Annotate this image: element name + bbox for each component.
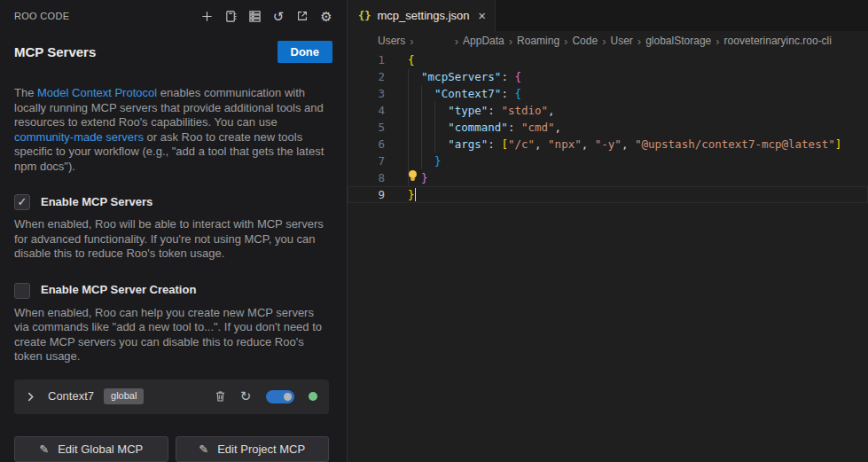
code-line[interactable]: 5 "command": "cmd", (348, 119, 868, 136)
line-number: 6 (348, 136, 385, 153)
code-token: , (582, 137, 595, 151)
line-number: 8 (348, 169, 385, 186)
toggle-knob (284, 393, 292, 401)
breadcrumb-item[interactable]: Code (572, 35, 598, 47)
code-line-content[interactable]: "type": "stdio", (385, 102, 555, 119)
code-token: [ (501, 137, 508, 151)
trash-icon[interactable] (211, 388, 229, 405)
code-lines: 1{2 "mcpServers": {3 "Context7": {4 "typ… (348, 51, 868, 203)
code-line-content[interactable]: "command": "cmd", (385, 119, 561, 136)
restart-icon[interactable]: ↻ (237, 388, 254, 405)
tab-close-icon[interactable]: × (478, 9, 486, 22)
enable-mcp-servers-checkbox[interactable]: ✓ (14, 194, 30, 210)
code-token: "type" (448, 104, 488, 117)
panel-content: The Model Context Protocol enables commu… (0, 63, 347, 462)
breadcrumb-separator: › (410, 35, 413, 48)
code-token: "args" (448, 137, 488, 151)
code-token: { (514, 87, 521, 100)
line-number: 1 (348, 51, 385, 68)
chevron-right-icon[interactable] (27, 392, 35, 402)
settings-gear-icon[interactable]: ⚙ (318, 8, 334, 24)
breadcrumb-separator: › (637, 35, 641, 48)
edit-mcp-buttons: ✎ Edit Global MCP ✎ Edit Project MCP (14, 436, 329, 462)
extension-title: ROO CODE (14, 11, 69, 21)
code-line-content[interactable]: } (385, 186, 416, 203)
code-line[interactable]: 6 "args": ["/c", "npx", "-y", "@upstash/… (348, 136, 868, 153)
code-token: } (408, 188, 415, 201)
edit-project-mcp-button[interactable]: ✎ Edit Project MCP (176, 436, 330, 462)
code-line[interactable]: 9} (348, 186, 868, 203)
breadcrumb: Users››AppData›Roaming›Code›User›globalS… (348, 31, 868, 51)
code-line-content[interactable]: } (385, 153, 442, 169)
breadcrumb-item[interactable]: User (610, 35, 632, 47)
line-number: 4 (348, 102, 385, 119)
code-editor[interactable]: 1{2 "mcpServers": {3 "Context7": {4 "typ… (348, 51, 868, 462)
code-token: { (514, 70, 521, 83)
model-context-protocol-link[interactable]: Model Context Protocol (37, 86, 157, 99)
code-line[interactable]: 8} (348, 169, 868, 186)
enable-mcp-creation-description: When enabled, Roo can help you create ne… (14, 306, 329, 364)
code-line[interactable]: 2 "mcpServers": { (348, 68, 868, 85)
breadcrumb-item[interactable]: rooveterinaryinc.roo-cli (724, 35, 832, 47)
enable-mcp-servers-row: ✓ Enable MCP Servers (14, 194, 329, 210)
pencil-icon: ✎ (39, 442, 49, 456)
code-token: "@upstash/context7-mcp@latest" (635, 137, 835, 151)
mcp-servers-icon[interactable] (246, 8, 262, 24)
code-line-content[interactable]: "Context7": { (385, 85, 521, 102)
line-number: 5 (348, 119, 385, 136)
roo-code-panel: ROO CODE ↺ ⚙ MCP Servers Done (0, 0, 348, 462)
history-icon[interactable]: ↺ (270, 8, 286, 24)
tab-mcp-settings-json[interactable]: {} mcp_settings.json × (348, 0, 496, 31)
code-token (408, 154, 434, 168)
code-line-content[interactable]: "mcpServers": { (385, 68, 521, 85)
server-enabled-toggle[interactable] (266, 390, 294, 403)
community-made-servers-link[interactable]: community-made servers (14, 130, 144, 144)
code-line[interactable]: 1{ (348, 51, 868, 68)
code-token: , (535, 137, 548, 151)
done-button[interactable]: Done (278, 41, 333, 63)
edit-global-mcp-label: Edit Global MCP (58, 442, 143, 456)
enable-mcp-creation-checkbox[interactable]: ✓ (14, 283, 30, 299)
page-header: MCP Servers Done (0, 24, 347, 63)
code-token: "mcpServers" (421, 70, 501, 83)
edit-project-mcp-label: Edit Project MCP (217, 442, 305, 456)
edit-global-mcp-button[interactable]: ✎ Edit Global MCP (14, 436, 168, 462)
code-token: "stdio" (501, 104, 548, 117)
code-token: } (421, 171, 428, 184)
editor-group: {} mcp_settings.json × Users››AppData›Ro… (348, 0, 868, 462)
code-line-content[interactable]: "args": ["/c", "npx", "-y", "@upstash/co… (385, 136, 841, 153)
code-token: : (501, 70, 514, 83)
code-token: "Context7" (434, 87, 501, 100)
breadcrumb-separator: › (564, 35, 567, 48)
code-token: , (622, 137, 635, 151)
text-cursor (415, 188, 417, 201)
code-token: "command" (448, 121, 508, 134)
breadcrumb-separator: › (509, 35, 512, 48)
code-token: "-y" (595, 137, 622, 151)
server-row-context7[interactable]: Context7 global ↻ (14, 380, 329, 414)
tab-filename: mcp_settings.json (377, 9, 469, 22)
code-token: , (548, 104, 555, 117)
code-token (408, 121, 448, 134)
code-token (408, 87, 434, 100)
breadcrumb-item[interactable]: AppData (463, 35, 504, 47)
lightbulb-icon[interactable] (408, 181, 421, 182)
code-token: } (434, 154, 442, 168)
code-line[interactable]: 3 "Context7": { (348, 85, 868, 102)
code-line-content[interactable]: { (385, 51, 415, 68)
code-line[interactable]: 4 "type": "stdio", (348, 102, 868, 119)
code-token: "cmd" (521, 121, 555, 134)
breadcrumb-item[interactable]: Roaming (517, 35, 559, 47)
prompts-notebook-icon[interactable] (223, 8, 239, 24)
code-line-content[interactable]: } (385, 169, 428, 186)
tab-bar: {} mcp_settings.json × (348, 0, 868, 31)
enable-mcp-servers-description: When enabled, Roo will be able to intera… (14, 217, 329, 262)
code-line[interactable]: 7 } (348, 153, 868, 169)
vscode-window: ROO CODE ↺ ⚙ MCP Servers Done (0, 0, 868, 462)
breadcrumb-item[interactable]: Users (378, 35, 405, 47)
panel-header: ROO CODE ↺ ⚙ (0, 0, 347, 24)
plus-icon[interactable] (199, 8, 215, 24)
popout-icon[interactable] (294, 8, 310, 24)
code-token: : (508, 121, 521, 134)
breadcrumb-item[interactable]: globalStorage (645, 35, 711, 47)
